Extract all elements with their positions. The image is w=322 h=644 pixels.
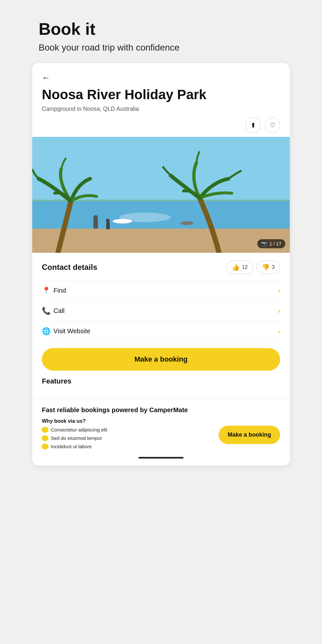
photo-counter: 📷 1 / 17	[257, 239, 285, 248]
page-title: Book it	[39, 19, 283, 39]
promo-booking-button[interactable]: Make a booking	[219, 426, 280, 444]
svg-point-6	[180, 221, 193, 225]
globe-icon: 🌐	[42, 327, 53, 336]
website-label: Visit Website	[53, 327, 278, 335]
promo-item-3: Incididunt ut labore	[42, 443, 107, 450]
promo-list: Consectetur adipiscing elit Sed do eiusm…	[42, 427, 107, 450]
promo-item-1: Consectetur adipiscing elit	[42, 427, 107, 433]
contact-list: 📍 Find › 📞 Call › 🌐 Visit Website ›	[42, 280, 280, 342]
photo-container: 📷 1 / 17	[32, 137, 290, 253]
svg-rect-4	[32, 229, 290, 253]
share-button[interactable]: ⬆	[245, 118, 261, 133]
share-icon: ⬆	[251, 121, 256, 129]
place-type: Campground in Noosa, QLD Australia	[42, 106, 280, 112]
promo-why-label: Why book via us?	[42, 418, 107, 424]
phone-icon: 📞	[42, 307, 53, 315]
website-chevron: ›	[278, 327, 280, 335]
thumbs-down-icon: 👎	[262, 263, 270, 271]
call-label: Call	[53, 307, 278, 315]
find-item[interactable]: 📍 Find ›	[42, 281, 280, 301]
find-label: Find	[53, 287, 278, 294]
call-item[interactable]: 📞 Call ›	[42, 301, 280, 321]
place-name: Noosa River Holiday Park	[42, 87, 280, 103]
thumbs-up-icon: 👍	[232, 263, 240, 271]
svg-point-10	[106, 219, 110, 223]
promo-title: Fast reliable bookings powered by Camper…	[42, 406, 280, 414]
shield-icon-3	[42, 443, 48, 450]
thumbs-up-count: 12	[242, 264, 248, 270]
location-icon: 📍	[42, 287, 53, 295]
page-subtitle: Book your road trip with confidence	[39, 42, 283, 53]
promo-section: Fast reliable bookings powered by Camper…	[32, 400, 290, 466]
favorite-button[interactable]: ♡	[265, 118, 280, 133]
shield-icon-2	[42, 435, 48, 441]
heart-icon: ♡	[270, 121, 275, 129]
back-button[interactable]: ←	[42, 73, 50, 83]
camera-icon: 📷	[261, 241, 267, 247]
shield-icon-1	[42, 427, 48, 433]
thumbs-up-button[interactable]: 👍 12	[226, 260, 253, 274]
svg-rect-9	[106, 222, 110, 229]
promo-item-2: Sed do eiusmod tempor	[42, 435, 107, 441]
svg-point-8	[93, 215, 98, 220]
thumbs-down-button[interactable]: 👎 3	[256, 260, 280, 274]
call-chevron: ›	[278, 307, 280, 315]
features-heading: Features	[42, 377, 280, 392]
thumbs-down-count: 3	[272, 264, 275, 270]
svg-rect-7	[93, 219, 98, 229]
make-booking-button[interactable]: Make a booking	[42, 348, 280, 371]
home-indicator	[138, 457, 184, 459]
website-item[interactable]: 🌐 Visit Website ›	[42, 321, 280, 342]
find-chevron: ›	[278, 287, 280, 294]
svg-point-5	[113, 219, 132, 223]
contact-title: Contact details	[42, 263, 97, 272]
